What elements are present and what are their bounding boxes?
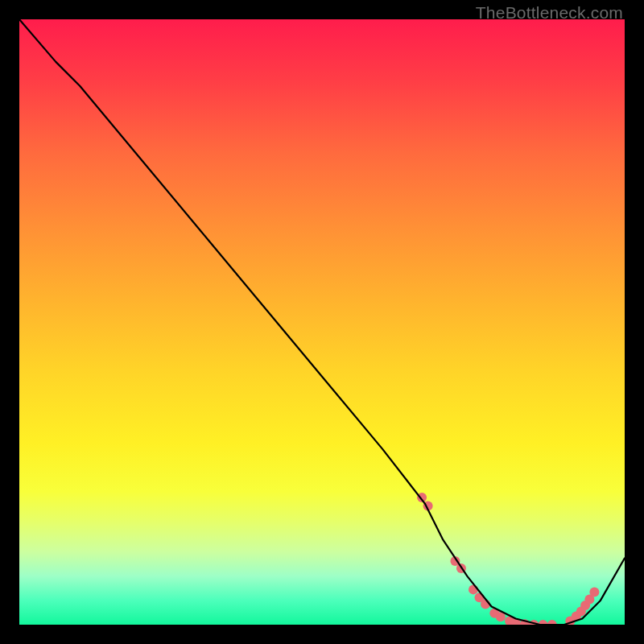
plot-area	[19, 19, 625, 625]
curve-line	[19, 19, 625, 625]
marker-dot	[469, 584, 478, 594]
chart-frame: TheBottleneck.com	[0, 0, 644, 644]
marker-dots	[417, 493, 599, 625]
marker-dot	[589, 587, 599, 597]
chart-svg	[19, 19, 625, 625]
watermark-text: TheBottleneck.com	[476, 3, 623, 23]
